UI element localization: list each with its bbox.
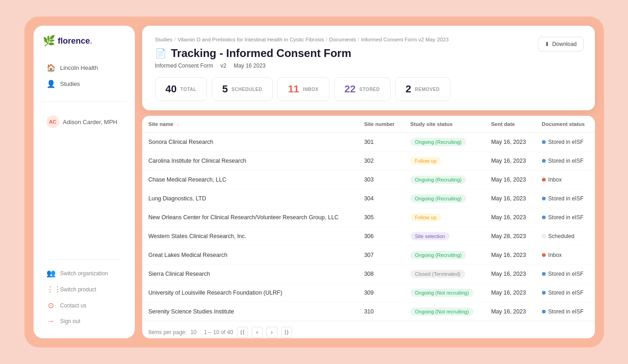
switch-product-label: Switch product <box>60 286 97 293</box>
cell-site-name: New Orleans Center for Clinical Research… <box>142 208 358 227</box>
cell-site-number: 301 <box>357 133 403 152</box>
stat-stored: 22 STORED <box>334 77 391 101</box>
doc-status: Stored in eISF <box>542 308 588 315</box>
cell-study-status: Closed (Terminated) <box>404 265 485 284</box>
user-section: AC Adison Carder, MPH <box>41 111 127 133</box>
sort-icon: ↓ <box>177 122 179 127</box>
table-area: Site name ↓ Site number Study site statu… <box>142 116 595 338</box>
table-row[interactable]: Western States Clinical Research, Inc. 3… <box>142 227 595 246</box>
page-title: Tracking - Informed Consent Form <box>171 47 351 60</box>
status-dot <box>542 140 546 144</box>
avatar: AC <box>46 115 59 128</box>
stat-removed-number: 2 <box>406 83 411 95</box>
cell-site-name: Western States Clinical Research, Inc. <box>142 227 358 246</box>
download-icon: ⬇ <box>545 41 549 47</box>
sidebar-item-studies[interactable]: 👤 Studies <box>41 76 127 92</box>
pagination-first[interactable]: ⟨⟨ <box>237 327 248 338</box>
doc-status: Stored in eISF <box>542 158 588 164</box>
switch-org-label: Switch organization <box>60 270 108 277</box>
sidebar-item-contact[interactable]: ⊙ Contact us <box>41 297 127 313</box>
cell-study-status: Follow up <box>404 152 485 171</box>
breadcrumb-study[interactable]: Vitamin D and Prebiotics for Intestinal … <box>178 37 324 42</box>
status-badge: Follow up <box>410 157 441 165</box>
pagination: Items per page: 10 1 – 10 of 40 ⟨⟨ ‹ › ⟩… <box>142 321 595 338</box>
cell-site-name: Serenity Science Studies Institute <box>142 302 358 321</box>
document-icon: 📄 <box>155 48 167 59</box>
download-button[interactable]: ⬇ Download <box>538 37 583 51</box>
contact-icon: ⊙ <box>46 301 56 310</box>
table-header-row: Site name ↓ Site number Study site statu… <box>142 116 595 133</box>
cell-site-name: Lung Diagnostics, LTD <box>142 189 358 208</box>
cell-sent-date: May 16, 2023 <box>484 302 535 321</box>
doc-status-label: Stored in eISF <box>548 214 584 221</box>
table-row[interactable]: Lung Diagnostics, LTD 304 Ongoing (Recru… <box>142 189 595 208</box>
logo: 🌿 florence. <box>34 35 135 56</box>
breadcrumb-form[interactable]: Informed Consent Form v2 May 2023 <box>361 37 449 42</box>
stats-row: 40 TOTAL 5 SCHEDULED 11 INBOX 22 STORED … <box>155 77 582 101</box>
col-site-name[interactable]: Site name ↓ <box>142 116 358 133</box>
pagination-last[interactable]: ⟩⟩ <box>281 327 292 338</box>
stat-total: 40 TOTAL <box>155 77 207 101</box>
switch-org-icon: 👥 <box>46 269 56 278</box>
cell-site-number: 302 <box>357 152 403 171</box>
cell-study-status: Ongoing (Not recruiting) <box>404 302 485 321</box>
cell-site-number: 305 <box>357 208 403 227</box>
status-dot <box>542 216 546 219</box>
main-content: Studies / Vitamin D and Prebiotics for I… <box>135 26 595 338</box>
stat-stored-label: STORED <box>359 87 380 92</box>
sidebar-item-signout[interactable]: → Sign out <box>41 313 127 329</box>
cell-study-status: Ongoing (Recruiting) <box>404 189 485 208</box>
signout-label: Sign out <box>60 318 81 324</box>
cell-study-status: Ongoing (Recruiting) <box>404 246 485 265</box>
table-row[interactable]: New Orleans Center for Clinical Research… <box>142 208 595 227</box>
doc-status-label: Scheduled <box>548 233 575 239</box>
cell-site-number: 307 <box>357 246 403 265</box>
table-row[interactable]: Sonora Clinical Research 301 Ongoing (Re… <box>142 133 595 152</box>
contact-label: Contact us <box>60 302 86 309</box>
pagination-prev[interactable]: ‹ <box>252 327 263 338</box>
table-row[interactable]: Great Lakes Medical Research 307 Ongoing… <box>142 246 595 265</box>
sidebar-item-switch-product[interactable]: ⋮⋮ Switch product <box>41 281 127 297</box>
status-dot <box>542 291 546 295</box>
status-badge: Ongoing (Recruiting) <box>410 176 467 184</box>
cell-doc-status: Stored in eISF <box>536 133 595 152</box>
doc-status: Stored in eISF <box>542 290 588 296</box>
stat-inbox-number: 11 <box>288 83 299 95</box>
breadcrumb-documents[interactable]: Documents <box>329 37 356 42</box>
status-dot <box>542 197 546 200</box>
page-subtitle: Informed Consent Form v2 May 16 2023 <box>155 63 582 69</box>
switch-product-icon: ⋮⋮ <box>46 285 56 294</box>
sidebar-item-org[interactable]: 🏠 Lincoln Health <box>41 60 127 76</box>
sidebar-org-section: 🏠 Lincoln Health 👤 Studies <box>34 56 135 96</box>
table-row[interactable]: Serenity Science Studies Institute 310 O… <box>142 302 595 321</box>
doc-status: Inbox <box>542 176 588 183</box>
doc-status-label: Stored in eISF <box>548 308 584 315</box>
doc-status: Scheduled <box>542 233 588 239</box>
home-icon: 🏠 <box>46 63 56 72</box>
cell-site-number: 304 <box>357 189 403 208</box>
cell-study-status: Site selection <box>404 227 485 246</box>
sidebar-item-switch-org[interactable]: 👥 Switch organization <box>41 265 127 281</box>
col-study-status[interactable]: Study site status <box>404 116 485 133</box>
table-row[interactable]: Chase Medical Research, LLC 303 Ongoing … <box>142 171 595 189</box>
doc-status: Stored in eISF <box>542 271 588 277</box>
cell-study-status: Ongoing (Recruiting) <box>404 171 485 189</box>
cell-doc-status: Stored in eISF <box>536 189 595 208</box>
cell-sent-date: May 16, 2023 <box>484 189 535 208</box>
breadcrumb-studies[interactable]: Studies <box>155 37 173 42</box>
table-row[interactable]: Carolina Institute for Clinical Research… <box>142 152 595 171</box>
table-row[interactable]: Sierra Clinical Research 308 Closed (Ter… <box>142 265 595 284</box>
cell-doc-status: Stored in eISF <box>536 302 595 321</box>
col-site-number[interactable]: Site number <box>357 116 403 133</box>
sidebar-user-section: AC Adison Carder, MPH <box>34 107 135 136</box>
pagination-next[interactable]: › <box>266 327 277 338</box>
cell-sent-date: May 16, 2023 <box>484 133 535 152</box>
cell-doc-status: Stored in eISF <box>536 265 595 284</box>
sidebar-divider-2 <box>48 259 120 260</box>
stat-scheduled: 5 SCHEDULED <box>212 77 273 101</box>
cell-doc-status: Stored in eISF <box>536 208 595 227</box>
table-row[interactable]: University of Louisville Research Founda… <box>142 284 595 302</box>
col-sent-date[interactable]: Sent date <box>484 116 535 133</box>
col-doc-status[interactable]: Document status <box>536 116 595 133</box>
doc-status: Inbox <box>542 252 588 258</box>
